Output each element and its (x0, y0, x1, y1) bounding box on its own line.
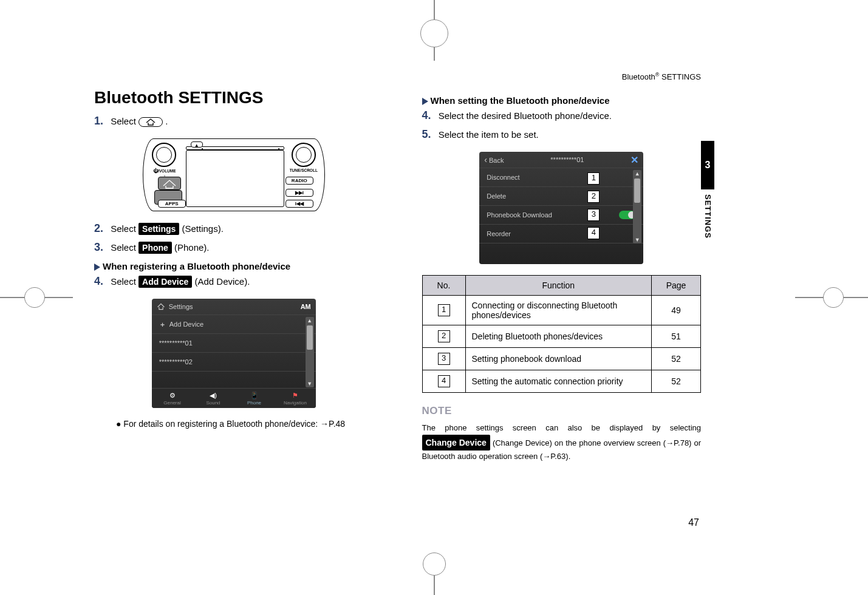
table-row: 1 Connecting or disconnecting Bluetooth … (422, 296, 701, 325)
table-row: 3 Setting phonebook download 52 (422, 348, 701, 370)
callout-2: 2 (587, 191, 600, 203)
running-header: Bluetooth® SETTINGS (622, 72, 701, 81)
th-page: Page (652, 276, 701, 296)
triangle-icon (94, 264, 100, 271)
triangle-icon (422, 98, 428, 105)
device-row-2: **********02› (152, 352, 316, 371)
step-1-num: 1. (94, 115, 103, 127)
crop-mark-bottom (434, 552, 435, 595)
ss1-topright: AM (301, 303, 311, 310)
function-table: No. Function Page 1 Connecting or discon… (422, 275, 702, 393)
scroll-down-icon: ▼ (633, 236, 641, 243)
empty-row (152, 371, 316, 385)
row-phonebook: Phonebook Download (479, 205, 643, 224)
step-2: 2. Select Settings (Settings). (94, 222, 374, 235)
subheading-setting: When setting the Bluetooth phone/device (422, 95, 702, 106)
device-row-1: **********01› (152, 333, 316, 352)
step-1-trailing: . (165, 116, 168, 126)
row-delete: Delete (479, 186, 643, 205)
scroll-thumb (307, 325, 313, 350)
step-4-left: 4. Select Add Device (Add Device). (94, 275, 374, 288)
add-device-button-label: Add Device (138, 276, 192, 288)
page-title: Bluetooth SETTINGS (94, 88, 374, 107)
step-1: 1. Select . (94, 115, 374, 127)
ss2-title: **********01 (550, 156, 584, 163)
scroll-thumb (634, 178, 640, 203)
tab-phone: 📱Phone (234, 389, 275, 408)
note-heading: NOTE (422, 405, 702, 417)
step-5: 5. Select the item to be set. (422, 128, 702, 141)
phone-button-label: Phone (138, 242, 172, 254)
subheading-register: When registering a Bluetooth phone/devic… (94, 261, 374, 271)
row-reorder: Reorder› (479, 224, 643, 243)
scrollbar: ▲ ▼ (633, 170, 641, 243)
table-row: 2 Deleting Bluetooth phones/devices 51 (422, 325, 701, 348)
scroll-up-icon: ▲ (306, 317, 314, 324)
step-3: 3. Select Phone (Phone). (94, 241, 374, 254)
console-diagram: ⏻/VOLUME♪ TUNE/SCROLL ▲ • • RADIO ▶▶I I◀… (94, 138, 374, 211)
ss1-title: Settings (169, 303, 193, 310)
scroll-up-icon: ▲ (633, 170, 641, 177)
add-device-row: ＋Add Device (152, 314, 316, 333)
hdr-post: SETTINGS (659, 72, 701, 81)
crop-mark-top (434, 0, 435, 61)
close-icon: ✕ (630, 154, 638, 166)
th-no: No. (422, 276, 465, 296)
tab-general: ⚙General (152, 389, 193, 408)
radio-button: RADIO (285, 177, 313, 185)
right-column: When setting the Bluetooth phone/device … (422, 88, 702, 463)
chapter-number: 3 (701, 141, 714, 189)
thumb-tab: 3 SETTINGS (701, 141, 714, 274)
tab-sound: ◀)Sound (193, 389, 234, 408)
table-row: 4 Setting the automatic connection prior… (422, 370, 701, 393)
dial-tune-label: TUNE/SCROLL (287, 168, 321, 172)
settings-button-label: Settings (138, 223, 179, 235)
scrollbar: ▲ ▼ (306, 317, 314, 387)
rwd-button: I◀◀ (285, 200, 313, 208)
empty-row (479, 243, 643, 254)
callout-3: 3 (587, 209, 600, 221)
callout-4: 4 (587, 227, 600, 239)
tab-navigation: ⚑Navigation (275, 389, 316, 408)
bullet-details: ● For details on registering a Bluetooth… (116, 419, 374, 429)
chapter-label: SETTINGS (703, 189, 713, 239)
crop-mark-left (0, 297, 73, 298)
ffwd-button: ▶▶I (285, 189, 313, 197)
note-body: The phone settings screen can also be di… (422, 422, 702, 463)
th-function: Function (465, 276, 652, 296)
change-device-button-label: Change Device (422, 435, 490, 450)
apps-button: APPS (158, 200, 186, 208)
home-button-icon (138, 117, 163, 127)
row-disconnect: Disconnect (479, 168, 643, 186)
screenshot-settings: Settings AM ＋Add Device **********01› **… (94, 299, 374, 408)
step-4-right: 4. Select the desired Bluetooth phone/de… (422, 109, 702, 122)
back-button: ‹ Back (484, 155, 504, 165)
screenshot-device-menu: ‹ Back **********01 ✕ Disconnect Delete … (422, 152, 702, 264)
left-column: Bluetooth SETTINGS 1. Select . ⏻/VOLUME♪… (94, 88, 374, 463)
crop-mark-right (795, 297, 868, 298)
scroll-down-icon: ▼ (306, 380, 314, 387)
home-icon (157, 303, 165, 310)
page-number: 47 (688, 517, 699, 528)
step-1-text: Select (111, 116, 138, 126)
hdr-pre: Bluetooth (622, 72, 655, 81)
callout-1: 1 (587, 172, 600, 185)
